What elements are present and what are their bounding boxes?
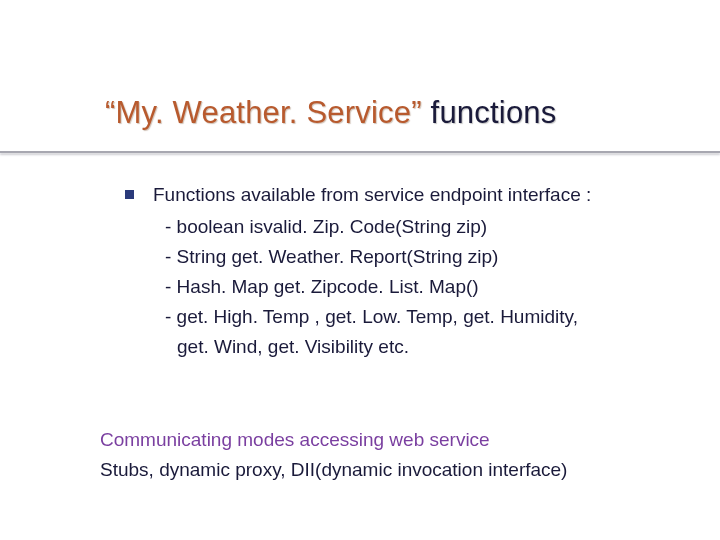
modes-heading: Communicating modes accessing web servic… <box>100 425 670 455</box>
body-text: Functions available from service endpoin… <box>125 180 660 362</box>
title-rest: functions <box>422 95 557 130</box>
modes-line: Stubs, dynamic proxy, DII(dynamic invoca… <box>100 455 670 485</box>
slide-title: “My. Weather. Service” functions <box>105 95 556 131</box>
bullet-item: Functions available from service endpoin… <box>125 180 660 210</box>
sub-item: - boolean isvalid. Zip. Code(String zip) <box>125 212 660 242</box>
sub-item-continuation: get. Wind, get. Visibility etc. <box>125 332 660 362</box>
square-bullet-icon <box>125 190 134 199</box>
modes-block: Communicating modes accessing web servic… <box>100 425 670 485</box>
title-quoted: “My. Weather. Service” <box>105 95 422 130</box>
title-underline <box>0 151 720 153</box>
sub-item: - get. High. Temp , get. Low. Temp, get.… <box>125 302 660 332</box>
sub-item: - Hash. Map get. Zipcode. List. Map() <box>125 272 660 302</box>
bullet-lead: Functions available from service endpoin… <box>153 184 591 205</box>
sub-item: - String get. Weather. Report(String zip… <box>125 242 660 272</box>
slide: “My. Weather. Service” functions Functio… <box>0 0 720 540</box>
